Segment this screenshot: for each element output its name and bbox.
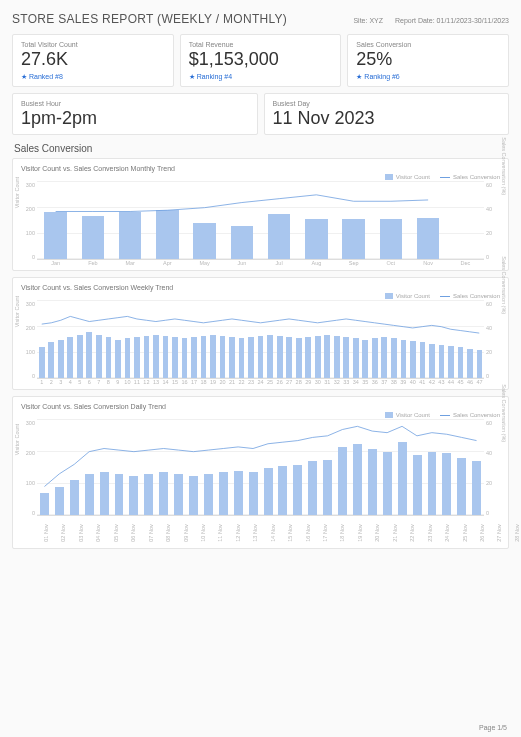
line-swatch-icon (440, 177, 450, 178)
bar (58, 340, 64, 379)
bar (342, 219, 364, 259)
chart-legend: Visitor Count Sales Conversion (21, 293, 500, 299)
bar (410, 341, 416, 378)
page-title: STORE SALES REPORT (WEEKLY / MONTHLY) (12, 12, 287, 26)
bar (48, 342, 54, 378)
bar (248, 337, 254, 378)
legend-line: Sales Conversion (440, 174, 500, 180)
line-swatch-icon (440, 296, 450, 297)
legend-bar: Visitor Count (385, 293, 430, 299)
bar (231, 226, 253, 259)
site-label: Site: XYZ (353, 17, 383, 24)
bar (144, 474, 153, 515)
busiest-row: Busiest Hour 1pm-2pm Busiest Day 11 Nov … (12, 93, 509, 136)
bar (219, 472, 228, 515)
chart-title: Visitor Count vs. Sales Conversion Weekl… (21, 284, 500, 291)
bar (398, 442, 407, 515)
bars (37, 182, 484, 259)
bar (201, 336, 207, 378)
bar-swatch-icon (385, 293, 393, 299)
bar (477, 350, 483, 378)
line-swatch-icon (440, 415, 450, 416)
kpi-conversion: Sales Conversion 25% Ranking #6 (347, 34, 509, 87)
bar (417, 218, 439, 259)
bar (323, 460, 332, 515)
bar-swatch-icon (385, 174, 393, 180)
card-value: 1pm-2pm (21, 108, 249, 130)
bar (156, 210, 178, 259)
bar (343, 337, 349, 378)
page-footer: Page 1/5 (479, 724, 507, 731)
bar (96, 335, 102, 379)
kpi-value: 25% (356, 49, 500, 71)
bar (258, 336, 264, 378)
bar (182, 338, 188, 378)
legend-line: Sales Conversion (440, 293, 500, 299)
bar (338, 447, 347, 515)
bars (37, 301, 484, 378)
date-label: Report Date: 01/11/2023-30/11/2023 (395, 17, 509, 24)
y-left-label: Visitor Count (14, 424, 20, 455)
y-right-label: Sales Conversation (%) (501, 138, 507, 196)
bar-swatch-icon (385, 412, 393, 418)
bar (362, 340, 368, 379)
bar (193, 223, 215, 259)
y-right-ticks: 6040200 (484, 420, 500, 516)
kpi-value: 27.6K (21, 49, 165, 71)
bar (191, 337, 197, 378)
chart-2: Visitor Count vs. Sales Conversion Daily… (12, 396, 509, 549)
bar (472, 461, 481, 515)
bar (368, 449, 377, 516)
bar (467, 349, 473, 379)
kpi-rank: Ranked #8 (21, 73, 165, 81)
bar (40, 493, 49, 515)
card-value: 11 Nov 2023 (273, 108, 501, 130)
y-right-label: Sales Conversation (%) (501, 257, 507, 315)
bar (210, 335, 216, 379)
kpi-visitor: Total Visitor Count 27.6K Ranked #8 (12, 34, 174, 87)
bar (315, 336, 321, 378)
bar (334, 336, 340, 378)
legend-line: Sales Conversion (440, 412, 500, 418)
section-title: Sales Conversion (14, 143, 509, 154)
kpi-row: Total Visitor Count 27.6K Ranked #8 Tota… (12, 34, 509, 87)
bar (70, 480, 79, 515)
bar (55, 487, 64, 516)
bar (163, 336, 169, 378)
chart-title: Visitor Count vs. Sales Conversion Daily… (21, 403, 500, 410)
bar (264, 468, 273, 516)
bar (439, 345, 445, 378)
bar (381, 337, 387, 378)
bar (229, 337, 235, 378)
x-labels: 1234567891011121314151617181920212223242… (37, 379, 484, 385)
kpi-label: Sales Conversion (356, 41, 500, 48)
report-meta: Site: XYZ Report Date: 01/11/2023-30/11/… (343, 17, 509, 24)
bar (189, 476, 198, 516)
x-labels: JanFebMarAprMayJunJulAugSepOctNovDec (37, 260, 484, 266)
bar (267, 335, 273, 379)
bar (115, 474, 124, 515)
bar (82, 216, 104, 260)
bar (277, 336, 283, 378)
y-left-ticks: 3002001000 (21, 420, 37, 516)
plot-area (37, 182, 484, 260)
bar (383, 452, 392, 515)
card-label: Busiest Hour (21, 100, 249, 107)
kpi-revenue: Total Revenue $1,153,000 Ranking #4 (180, 34, 342, 87)
kpi-label: Total Revenue (189, 41, 333, 48)
bar (144, 336, 150, 378)
bar (428, 452, 437, 515)
bars (37, 420, 484, 515)
bar (293, 465, 302, 516)
bar (220, 336, 226, 378)
kpi-label: Total Visitor Count (21, 41, 165, 48)
y-right-ticks: 6040200 (484, 182, 500, 260)
bar (353, 338, 359, 378)
bar (159, 472, 168, 515)
bar (77, 335, 83, 379)
bar (442, 453, 451, 515)
bar (420, 342, 426, 378)
bar (372, 338, 378, 378)
bar (106, 337, 112, 378)
y-right-ticks: 6040200 (484, 301, 500, 379)
